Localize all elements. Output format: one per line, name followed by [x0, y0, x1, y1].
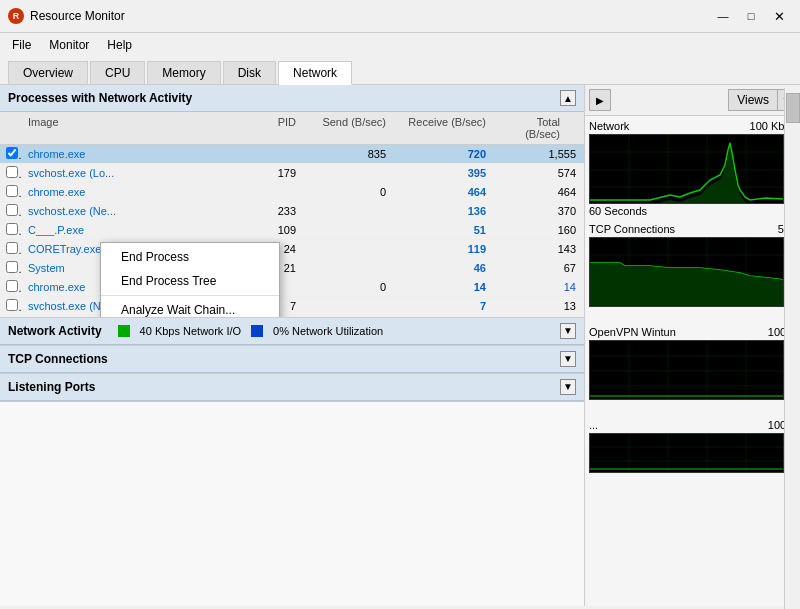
processes-section-header[interactable]: Processes with Network Activity ▲: [0, 85, 584, 112]
tcp-header[interactable]: TCP Connections ▼: [0, 346, 584, 373]
graph-tcp-title: TCP Connections: [589, 223, 675, 235]
ctx-separator-1: [101, 295, 279, 296]
row-send: 0: [304, 279, 394, 295]
context-menu: End Process End Process Tree Analyze Wai…: [100, 242, 280, 317]
tab-bar: Overview CPU Memory Disk Network: [0, 57, 800, 85]
row-pid: [244, 190, 304, 194]
svg-marker-7: [590, 148, 784, 204]
row-checkbox[interactable]: [0, 259, 22, 277]
graph-panel: Network 100 Kbps: [585, 116, 800, 606]
graph-extra-title-row: ... 100%: [589, 419, 796, 431]
row-checkbox[interactable]: [0, 202, 22, 220]
graph-network-svg: [590, 135, 784, 204]
maximize-button[interactable]: □: [738, 6, 764, 26]
menu-file[interactable]: File: [4, 35, 39, 55]
row-send: [304, 209, 394, 213]
graph-network-title-row: Network 100 Kbps: [589, 120, 796, 132]
row-checkbox[interactable]: [0, 164, 22, 182]
graph-openvpn-title-row: OpenVPN Wintun 100%: [589, 326, 796, 338]
left-panel: Processes with Network Activity ▲ Image …: [0, 85, 585, 606]
processes-toggle[interactable]: ▲: [560, 90, 576, 106]
row-checkbox[interactable]: [0, 183, 22, 201]
close-button[interactable]: ✕: [766, 6, 792, 26]
listening-ports-header[interactable]: Listening Ports ▼: [0, 374, 584, 401]
scrollbar-thumb[interactable]: [786, 93, 800, 123]
table-row[interactable]: svchost.exe (Ne... 7 7 13: [0, 297, 584, 316]
processes-title: Processes with Network Activity: [8, 91, 192, 105]
row-send: [304, 266, 394, 270]
listening-ports-toggle[interactable]: ▼: [560, 379, 576, 395]
col-image[interactable]: Image: [22, 114, 244, 142]
scrollbar-track[interactable]: [784, 88, 800, 609]
table-row[interactable]: chrome.exe 0 14 14: [0, 278, 584, 297]
minimize-button[interactable]: —: [710, 6, 736, 26]
graph-extra-svg: [590, 434, 784, 473]
row-image: chrome.exe: [22, 146, 244, 162]
col-receive[interactable]: Receive (B/sec): [394, 114, 494, 142]
row-send: [304, 304, 394, 308]
row-receive: 46: [394, 260, 494, 276]
graph-network: Network 100 Kbps: [589, 120, 796, 217]
green-legend-icon: [118, 325, 130, 337]
graph-extra-title: ...: [589, 419, 598, 431]
row-receive: 7: [394, 298, 494, 314]
title-bar: R Resource Monitor — □ ✕: [0, 0, 800, 33]
menu-help[interactable]: Help: [99, 35, 140, 55]
views-label: Views: [729, 93, 777, 107]
tab-memory[interactable]: Memory: [147, 61, 220, 84]
col-checkbox: [0, 114, 22, 142]
table-row[interactable]: CORETray.exe 24 119 143: [0, 240, 584, 259]
graph-network-bottom-left: 60 Seconds: [589, 205, 647, 217]
graph-extra-canvas: [589, 433, 784, 473]
green-legend-label: 40 Kbps Network I/O: [140, 325, 242, 337]
ctx-analyze-wait-chain[interactable]: Analyze Wait Chain...: [101, 298, 279, 317]
network-activity-header[interactable]: Network Activity 40 Kbps Network I/O 0% …: [0, 318, 584, 345]
graph-openvpn-canvas: [589, 340, 784, 400]
row-receive: 14: [394, 279, 494, 295]
table-row[interactable]: chrome.exe 835 720 1,555: [0, 145, 584, 164]
table-row[interactable]: C___.P.exe 109 51 160: [0, 221, 584, 240]
listening-ports-section: Listening Ports ▼: [0, 374, 584, 402]
row-pid: [244, 152, 304, 156]
menu-monitor[interactable]: Monitor: [41, 35, 97, 55]
menu-bar: File Monitor Help: [0, 33, 800, 57]
table-row[interactable]: chrome.exe 0 464 464: [0, 183, 584, 202]
row-image: chrome.exe: [22, 184, 244, 200]
ctx-end-process-tree[interactable]: End Process Tree: [101, 269, 279, 293]
network-activity-title: Network Activity: [8, 324, 102, 338]
tab-cpu[interactable]: CPU: [90, 61, 145, 84]
col-pid[interactable]: PID: [244, 114, 304, 142]
table-row[interactable]: System 21 46 67: [0, 259, 584, 278]
row-checkbox[interactable]: [0, 297, 22, 315]
row-checkbox[interactable]: [0, 278, 22, 296]
tab-disk[interactable]: Disk: [223, 61, 276, 84]
row-checkbox[interactable]: [0, 145, 22, 163]
table-body: chrome.exe 835 720 1,555 svchost.exe (Lo…: [0, 145, 584, 317]
right-panel: ▶ Views ▼ Network 100 Kbps: [585, 85, 800, 606]
graph-openvpn-bottom: 0: [589, 401, 796, 413]
row-total: 13: [494, 298, 584, 314]
graph-network-title: Network: [589, 120, 629, 132]
table-row[interactable]: svchost.exe (Ne... 233 136 370: [0, 202, 584, 221]
row-checkbox[interactable]: [0, 221, 22, 239]
row-total: 160: [494, 222, 584, 238]
tab-overview[interactable]: Overview: [8, 61, 88, 84]
row-receive: 464: [394, 184, 494, 200]
tab-network[interactable]: Network: [278, 61, 352, 85]
row-pid: 109: [244, 222, 304, 238]
blue-legend-label: 0% Network Utilization: [273, 325, 383, 337]
row-send: [304, 247, 394, 251]
network-activity-toggle[interactable]: ▼: [560, 323, 576, 339]
col-total[interactable]: Total (B/sec): [494, 114, 584, 142]
graph-tcp: TCP Connections 500: [589, 223, 796, 320]
nav-back-button[interactable]: ▶: [589, 89, 611, 111]
table-row[interactable]: svchost.exe (Lo... 179 395 574: [0, 164, 584, 183]
ctx-end-process[interactable]: End Process: [101, 245, 279, 269]
listening-ports-title: Listening Ports: [8, 380, 95, 394]
graph-tcp-svg: [590, 238, 784, 307]
row-checkbox[interactable]: [0, 240, 22, 258]
tcp-toggle[interactable]: ▼: [560, 351, 576, 367]
col-send[interactable]: Send (B/sec): [304, 114, 394, 142]
main-content: Processes with Network Activity ▲ Image …: [0, 85, 800, 606]
row-total: 464: [494, 184, 584, 200]
